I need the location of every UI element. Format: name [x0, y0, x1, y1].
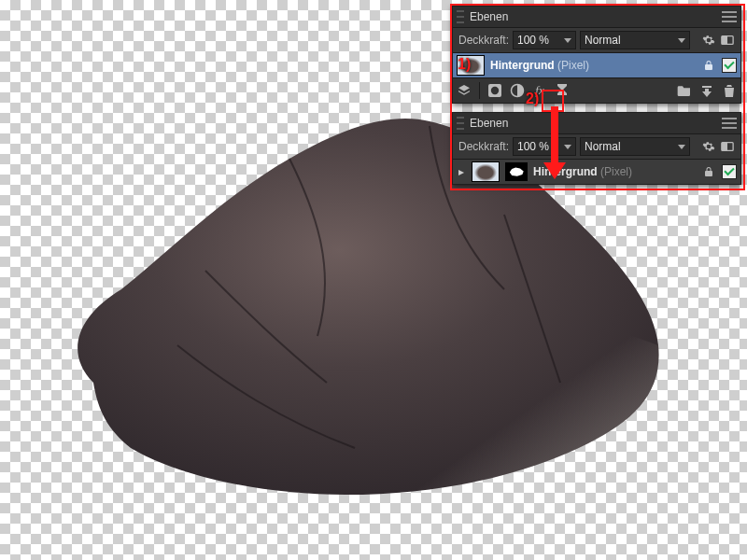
- panel-menu-icon[interactable]: [722, 11, 737, 22]
- layer-mask-thumbnail[interactable]: [505, 162, 528, 181]
- panel-grip-icon[interactable]: [457, 117, 464, 130]
- merge-down-icon[interactable]: [699, 83, 714, 98]
- adjustment-icon[interactable]: [510, 83, 525, 98]
- panel-menu-icon[interactable]: [722, 118, 737, 129]
- disclosure-triangle-icon[interactable]: ▸: [457, 165, 466, 178]
- panel-title: Ebenen: [470, 10, 722, 23]
- gear-icon[interactable]: [701, 33, 716, 48]
- svg-point-3: [491, 87, 499, 94]
- layer-row-hintergrund[interactable]: Hintergrund (Pixel): [453, 53, 740, 77]
- lock-icon[interactable]: [701, 164, 716, 179]
- opacity-label: Deckkraft:: [458, 140, 509, 153]
- layers-toolbar: fx: [453, 77, 740, 103]
- layer-thumbnail[interactable]: [457, 55, 485, 76]
- chevron-down-icon: [564, 145, 571, 149]
- opacity-row: Deckkraft: 100 % Normal: [453, 28, 740, 53]
- live-filter-icon[interactable]: [555, 83, 570, 98]
- panel-grip-icon[interactable]: [457, 10, 464, 23]
- blend-mode-combo[interactable]: Normal: [580, 137, 690, 156]
- layer-name: Hintergrund: [533, 165, 598, 178]
- layer-visible-checkbox[interactable]: [722, 164, 737, 179]
- layer-thumbnail[interactable]: [472, 161, 500, 182]
- layer-type: (Pixel): [557, 59, 589, 72]
- chevron-down-icon: [678, 38, 685, 43]
- opacity-row: Deckkraft: 100 % Normal: [453, 134, 740, 160]
- layer-type: (Pixel): [600, 165, 632, 178]
- gear-icon[interactable]: [701, 139, 716, 154]
- layers-panel-after: Ebenen Deckkraft: 100 % Normal ▸ Hinterg…: [452, 112, 741, 185]
- blend-mode-combo[interactable]: Normal: [580, 31, 690, 49]
- blend-mode-value: Normal: [585, 34, 621, 47]
- panel-header[interactable]: Ebenen: [453, 7, 740, 28]
- opacity-value-combo[interactable]: 100 %: [513, 31, 576, 49]
- chevron-down-icon: [564, 38, 571, 43]
- opacity-label: Deckkraft:: [458, 34, 509, 47]
- fx-icon[interactable]: fx: [532, 83, 547, 98]
- blend-ranges-icon[interactable]: [720, 33, 735, 48]
- panel-title: Ebenen: [470, 117, 722, 130]
- opacity-value: 100 %: [517, 34, 549, 47]
- group-folder-icon[interactable]: [677, 83, 692, 98]
- blend-mode-value: Normal: [585, 140, 621, 153]
- mask-add-icon[interactable]: [487, 83, 502, 98]
- lock-icon[interactable]: [701, 58, 716, 73]
- layer-stack-icon[interactable]: [457, 83, 472, 98]
- svg-rect-6: [722, 143, 727, 151]
- chevron-down-icon: [678, 145, 685, 149]
- blend-ranges-icon[interactable]: [720, 139, 735, 154]
- panel-header[interactable]: Ebenen: [453, 113, 740, 134]
- svg-rect-1: [722, 36, 727, 45]
- delete-icon[interactable]: [722, 83, 737, 98]
- opacity-value: 100 %: [517, 140, 549, 153]
- layer-row-hintergrund[interactable]: ▸ Hintergrund (Pixel): [453, 160, 740, 184]
- layer-name: Hintergrund: [490, 59, 555, 72]
- layer-visible-checkbox[interactable]: [722, 58, 737, 73]
- layers-panel-before: Ebenen Deckkraft: 100 % Normal Hintergru…: [452, 6, 741, 104]
- opacity-value-combo[interactable]: 100 %: [513, 137, 576, 156]
